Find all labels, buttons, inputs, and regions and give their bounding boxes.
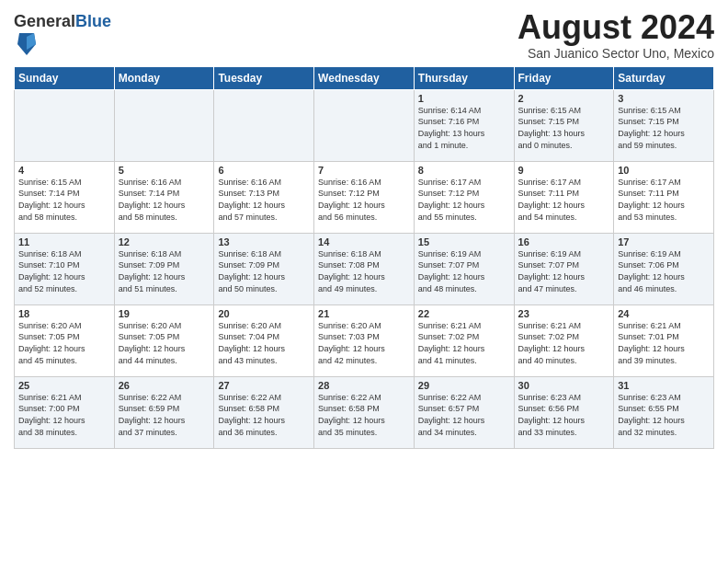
day-info: Sunrise: 6:18 AM Sunset: 7:09 PM Dayligh… (119, 248, 210, 294)
day-number: 6 (218, 165, 310, 176)
day-cell: 24Sunrise: 6:21 AM Sunset: 7:01 PM Dayli… (614, 304, 714, 376)
day-info: Sunrise: 6:17 AM Sunset: 7:11 PM Dayligh… (618, 177, 710, 223)
day-cell: 14Sunrise: 6:18 AM Sunset: 7:08 PM Dayli… (314, 233, 415, 304)
week-row-5: 25Sunrise: 6:21 AM Sunset: 7:00 PM Dayli… (15, 376, 714, 448)
logo: GeneralBlue (14, 13, 111, 61)
day-cell: 27Sunrise: 6:22 AM Sunset: 6:58 PM Dayli… (214, 376, 314, 448)
day-cell (15, 89, 115, 161)
day-info: Sunrise: 6:19 AM Sunset: 7:07 PM Dayligh… (418, 248, 510, 294)
day-number: 3 (618, 93, 710, 104)
day-header-thursday: Thursday (414, 66, 514, 89)
day-number: 20 (218, 308, 310, 319)
day-number: 7 (318, 165, 410, 176)
day-info: Sunrise: 6:22 AM Sunset: 6:57 PM Dayligh… (418, 392, 510, 438)
location: San Juanico Sector Uno, Mexico (518, 46, 714, 61)
day-info: Sunrise: 6:22 AM Sunset: 6:58 PM Dayligh… (218, 392, 310, 438)
day-number: 18 (18, 308, 110, 319)
day-cell: 16Sunrise: 6:19 AM Sunset: 7:07 PM Dayli… (514, 233, 614, 304)
day-cell (114, 89, 214, 161)
day-cell: 9Sunrise: 6:17 AM Sunset: 7:11 PM Daylig… (514, 161, 614, 233)
day-number: 22 (418, 308, 510, 319)
day-cell: 13Sunrise: 6:18 AM Sunset: 7:09 PM Dayli… (214, 233, 314, 304)
day-number: 19 (119, 308, 210, 319)
day-info: Sunrise: 6:15 AM Sunset: 7:14 PM Dayligh… (18, 177, 110, 223)
day-number: 11 (18, 236, 110, 247)
logo-blue-text: Blue (75, 12, 111, 30)
day-info: Sunrise: 6:20 AM Sunset: 7:05 PM Dayligh… (18, 320, 110, 366)
day-cell: 21Sunrise: 6:20 AM Sunset: 7:03 PM Dayli… (314, 304, 415, 376)
day-info: Sunrise: 6:21 AM Sunset: 7:01 PM Dayligh… (618, 320, 710, 366)
week-row-4: 18Sunrise: 6:20 AM Sunset: 7:05 PM Dayli… (15, 304, 714, 376)
day-info: Sunrise: 6:22 AM Sunset: 6:58 PM Dayligh… (318, 392, 410, 438)
day-number: 17 (618, 236, 710, 247)
day-info: Sunrise: 6:14 AM Sunset: 7:16 PM Dayligh… (418, 105, 510, 151)
day-cell: 18Sunrise: 6:20 AM Sunset: 7:05 PM Dayli… (15, 304, 115, 376)
day-number: 21 (318, 308, 410, 319)
day-cell: 2Sunrise: 6:15 AM Sunset: 7:15 PM Daylig… (514, 89, 614, 161)
week-row-3: 11Sunrise: 6:18 AM Sunset: 7:10 PM Dayli… (15, 233, 714, 304)
calendar-page: GeneralBlue August 2024 San Juanico Sect… (0, 0, 728, 458)
day-number: 10 (618, 165, 710, 176)
day-info: Sunrise: 6:18 AM Sunset: 7:09 PM Dayligh… (218, 248, 310, 294)
day-cell: 8Sunrise: 6:17 AM Sunset: 7:12 PM Daylig… (414, 161, 514, 233)
day-number: 23 (518, 308, 610, 319)
day-info: Sunrise: 6:21 AM Sunset: 7:02 PM Dayligh… (518, 320, 610, 366)
day-header-tuesday: Tuesday (214, 66, 314, 89)
day-info: Sunrise: 6:17 AM Sunset: 7:12 PM Dayligh… (418, 177, 510, 223)
day-info: Sunrise: 6:22 AM Sunset: 6:59 PM Dayligh… (119, 392, 210, 438)
calendar-table: SundayMondayTuesdayWednesdayThursdayFrid… (14, 66, 714, 449)
day-cell: 17Sunrise: 6:19 AM Sunset: 7:06 PM Dayli… (614, 233, 714, 304)
day-info: Sunrise: 6:20 AM Sunset: 7:04 PM Dayligh… (218, 320, 310, 366)
day-info: Sunrise: 6:19 AM Sunset: 7:07 PM Dayligh… (518, 248, 610, 294)
day-number: 1 (418, 93, 510, 104)
day-number: 13 (218, 236, 310, 247)
day-info: Sunrise: 6:20 AM Sunset: 7:05 PM Dayligh… (119, 320, 210, 366)
day-number: 14 (318, 236, 410, 247)
day-cell: 29Sunrise: 6:22 AM Sunset: 6:57 PM Dayli… (414, 376, 514, 448)
day-header-sunday: Sunday (15, 66, 115, 89)
day-info: Sunrise: 6:23 AM Sunset: 6:56 PM Dayligh… (518, 392, 610, 438)
day-cell (214, 89, 314, 161)
day-cell: 4Sunrise: 6:15 AM Sunset: 7:14 PM Daylig… (15, 161, 115, 233)
header: GeneralBlue August 2024 San Juanico Sect… (14, 9, 714, 61)
day-info: Sunrise: 6:18 AM Sunset: 7:08 PM Dayligh… (318, 248, 410, 294)
day-info: Sunrise: 6:18 AM Sunset: 7:10 PM Dayligh… (18, 248, 110, 294)
day-number: 15 (418, 236, 510, 247)
day-header-saturday: Saturday (614, 66, 714, 89)
day-number: 4 (18, 165, 110, 176)
day-number: 30 (518, 380, 610, 391)
day-number: 26 (119, 380, 210, 391)
day-info: Sunrise: 6:16 AM Sunset: 7:14 PM Dayligh… (119, 177, 210, 223)
day-info: Sunrise: 6:21 AM Sunset: 7:00 PM Dayligh… (18, 392, 110, 438)
day-header-wednesday: Wednesday (314, 66, 415, 89)
day-number: 9 (518, 165, 610, 176)
day-number: 29 (418, 380, 510, 391)
week-row-2: 4Sunrise: 6:15 AM Sunset: 7:14 PM Daylig… (15, 161, 714, 233)
day-info: Sunrise: 6:17 AM Sunset: 7:11 PM Dayligh… (518, 177, 610, 223)
day-cell: 22Sunrise: 6:21 AM Sunset: 7:02 PM Dayli… (414, 304, 514, 376)
day-info: Sunrise: 6:16 AM Sunset: 7:13 PM Dayligh… (218, 177, 310, 223)
day-cell: 1Sunrise: 6:14 AM Sunset: 7:16 PM Daylig… (414, 89, 514, 161)
logo-general-text: General (14, 12, 75, 30)
day-cell (314, 89, 415, 161)
day-number: 27 (218, 380, 310, 391)
day-cell: 20Sunrise: 6:20 AM Sunset: 7:04 PM Dayli… (214, 304, 314, 376)
day-header-friday: Friday (514, 66, 614, 89)
logo-icon (16, 31, 38, 57)
day-number: 25 (18, 380, 110, 391)
day-info: Sunrise: 6:19 AM Sunset: 7:06 PM Dayligh… (618, 248, 710, 294)
day-cell: 6Sunrise: 6:16 AM Sunset: 7:13 PM Daylig… (214, 161, 314, 233)
day-cell: 15Sunrise: 6:19 AM Sunset: 7:07 PM Dayli… (414, 233, 514, 304)
day-info: Sunrise: 6:15 AM Sunset: 7:15 PM Dayligh… (618, 105, 710, 151)
day-info: Sunrise: 6:20 AM Sunset: 7:03 PM Dayligh… (318, 320, 410, 366)
day-cell: 25Sunrise: 6:21 AM Sunset: 7:00 PM Dayli… (15, 376, 115, 448)
day-info: Sunrise: 6:23 AM Sunset: 6:55 PM Dayligh… (618, 392, 710, 438)
day-number: 8 (418, 165, 510, 176)
day-info: Sunrise: 6:16 AM Sunset: 7:12 PM Dayligh… (318, 177, 410, 223)
day-cell: 30Sunrise: 6:23 AM Sunset: 6:56 PM Dayli… (514, 376, 614, 448)
day-number: 28 (318, 380, 410, 391)
day-info: Sunrise: 6:15 AM Sunset: 7:15 PM Dayligh… (518, 105, 610, 151)
day-cell: 12Sunrise: 6:18 AM Sunset: 7:09 PM Dayli… (114, 233, 214, 304)
day-cell: 10Sunrise: 6:17 AM Sunset: 7:11 PM Dayli… (614, 161, 714, 233)
day-cell: 23Sunrise: 6:21 AM Sunset: 7:02 PM Dayli… (514, 304, 614, 376)
